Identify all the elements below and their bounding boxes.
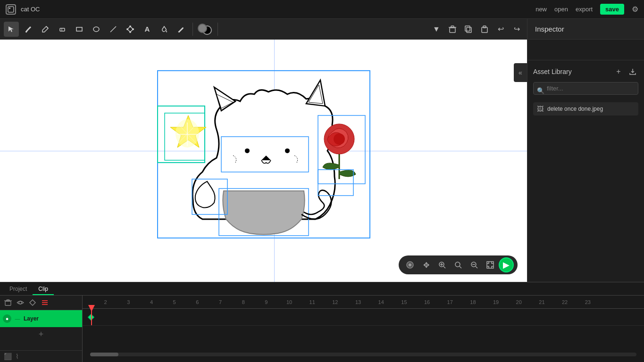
asset-library-section: Asset Library + 🔍 🖼 delete once done.jpe…: [527, 60, 644, 282]
asset-name: delete once done.jpeg: [547, 106, 603, 112]
svg-rect-18: [465, 26, 470, 31]
timeline-ruler: 2 3 4 5 6 7 8 9 10 11 12 13 14 15 16 17: [83, 296, 644, 309]
ellipse-tool[interactable]: [89, 22, 104, 37]
svg-point-7: [93, 27, 99, 32]
line-tool[interactable]: [106, 22, 121, 37]
svg-rect-20: [483, 26, 486, 28]
canvas-area[interactable]: « ✥ ▶: [0, 40, 527, 282]
asset-item[interactable]: 🖼 delete once done.jpeg: [533, 102, 638, 115]
fit-view-button[interactable]: [483, 257, 498, 272]
eyedropper-tool[interactable]: [174, 22, 189, 37]
svg-rect-53: [7, 300, 9, 301]
export-button[interactable]: export: [576, 6, 593, 13]
tl-chart-icon[interactable]: ⌇: [16, 353, 19, 360]
layer-row[interactable]: ● — Layer: [0, 310, 82, 327]
asset-library-title: Asset Library: [533, 68, 572, 75]
paste-button[interactable]: [478, 23, 491, 36]
zoom-in-button[interactable]: [435, 257, 450, 272]
toolbar-separator: [192, 23, 193, 36]
tl-delete-button[interactable]: [3, 297, 13, 308]
inspector-header: [527, 40, 644, 60]
new-button[interactable]: new: [535, 6, 547, 13]
svg-rect-1: [9, 8, 10, 9]
layer-name: Layer: [24, 315, 79, 322]
timeline-bottom-icons: ⬛ ⌇: [0, 350, 82, 362]
viewport-move-button[interactable]: ✥: [418, 257, 434, 272]
svg-line-3: [46, 26, 48, 28]
svg-point-22: [245, 148, 250, 153]
toolbar-right: ▼ ↩ ↪: [430, 23, 523, 36]
add-layer-button[interactable]: +: [0, 327, 82, 341]
gear-icon[interactable]: ⚙: [632, 5, 638, 14]
svg-point-11: [129, 31, 131, 33]
tab-clip[interactable]: Clip: [33, 284, 54, 295]
color-swatches[interactable]: [197, 22, 214, 37]
timeline-scrollbar[interactable]: [90, 353, 636, 356]
asset-search-icon: 🔍: [537, 87, 544, 94]
toolbar-row: A ▼ ↩ ↪: [0, 19, 644, 40]
right-panel: Asset Library + 🔍 🖼 delete once done.jpe…: [527, 40, 644, 282]
node-tool[interactable]: [123, 22, 138, 37]
inspector-toolbar-label: Inspector: [527, 19, 644, 40]
svg-rect-51: [5, 301, 11, 305]
svg-point-36: [334, 133, 345, 145]
asset-header-buttons: +: [613, 66, 638, 77]
pen-tool[interactable]: [21, 22, 36, 37]
svg-rect-50: [487, 262, 493, 268]
dropdown-button[interactable]: ▼: [430, 23, 443, 36]
open-button[interactable]: open: [554, 6, 568, 13]
app-title: cat OC: [21, 6, 535, 13]
asset-filter-input[interactable]: [533, 82, 638, 95]
svg-line-42: [443, 266, 445, 268]
top-actions: new open export save ⚙: [535, 4, 638, 15]
viewport-drag-button[interactable]: [402, 257, 418, 272]
svg-rect-6: [76, 27, 82, 31]
svg-rect-0: [8, 7, 14, 12]
search-button[interactable]: [451, 257, 466, 272]
svg-point-13: [178, 31, 180, 33]
top-bar: cat OC new open export save ⚙: [0, 0, 644, 19]
asset-filter-wrapper: 🔍: [533, 82, 638, 99]
tl-menu-button[interactable]: [40, 297, 50, 308]
inspector-title: Inspector: [535, 25, 564, 33]
svg-point-2: [25, 31, 27, 33]
tl-screen-icon[interactable]: ⬛: [4, 353, 12, 360]
scrollbar-thumb[interactable]: [90, 353, 118, 356]
svg-point-54: [19, 301, 22, 304]
collapse-panel-button[interactable]: «: [514, 63, 527, 82]
bottom-area: Project Clip ● —: [0, 282, 644, 362]
timeline-left-panel: ● — Layer + ⬛ ⌇: [0, 296, 83, 362]
timeline-track-row: [83, 309, 644, 326]
svg-rect-14: [450, 28, 455, 33]
select-tool[interactable]: [4, 22, 19, 37]
zoom-out-button[interactable]: [467, 257, 482, 272]
pencil-tool[interactable]: [38, 22, 53, 37]
play-button[interactable]: ▶: [499, 257, 514, 272]
tl-diamond-button[interactable]: [27, 297, 38, 308]
svg-line-48: [476, 266, 477, 268]
delete-button[interactable]: [446, 23, 459, 36]
svg-rect-17: [467, 27, 471, 33]
svg-point-10: [132, 28, 134, 30]
cat-drawing: [155, 68, 372, 243]
redo-button[interactable]: ↪: [510, 23, 523, 36]
export-asset-button[interactable]: [627, 66, 638, 77]
timeline-tabs: Project Clip: [0, 282, 644, 296]
asset-image-icon: 🖼: [537, 105, 544, 113]
tab-project[interactable]: Project: [4, 284, 33, 295]
copy-button[interactable]: [462, 23, 475, 36]
undo-button[interactable]: ↩: [494, 23, 507, 36]
timeline-scrubber[interactable]: 2 3 4 5 6 7 8 9 10 11 12 13 14 15 16 17: [83, 296, 644, 362]
timeline-scrubber-line[interactable]: [91, 309, 92, 325]
fill-tool[interactable]: [157, 22, 172, 37]
svg-point-40: [409, 263, 411, 266]
layer-lock-icon[interactable]: —: [13, 314, 22, 323]
layer-eye-icon[interactable]: ●: [3, 314, 11, 323]
eraser-tool[interactable]: [55, 22, 70, 37]
tl-visibility-button[interactable]: [15, 297, 25, 308]
text-tool[interactable]: A: [140, 22, 155, 37]
add-asset-button[interactable]: +: [613, 66, 624, 77]
svg-line-46: [460, 266, 461, 268]
save-button[interactable]: save: [600, 4, 624, 15]
rect-tool[interactable]: [72, 22, 87, 37]
